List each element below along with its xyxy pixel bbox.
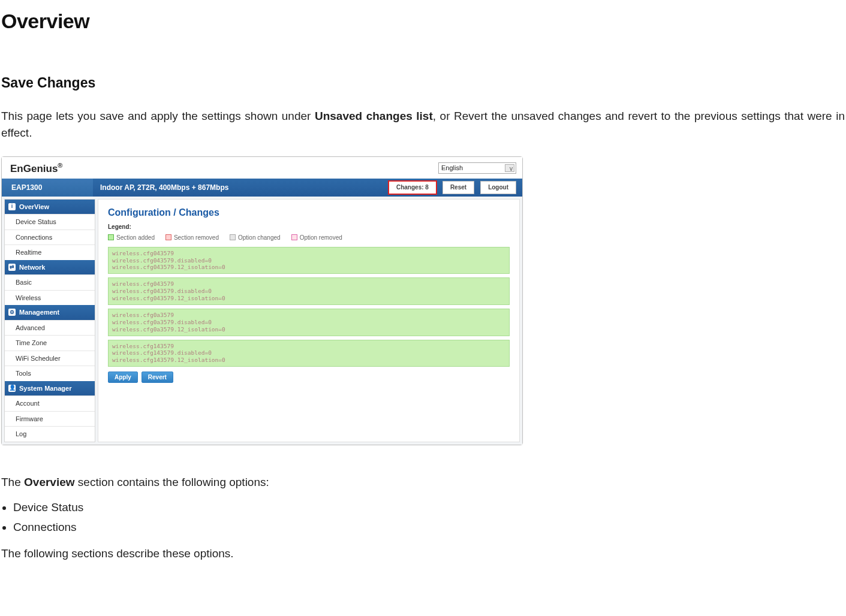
options-bullet-list: Device Status Connections <box>1 498 845 537</box>
model-label: EAP1300 <box>2 179 93 197</box>
configuration-title: Configuration / Changes <box>108 206 510 220</box>
legend-label: Legend: <box>108 222 510 231</box>
nav-sidebar: iOverView Device Status Connections Real… <box>4 199 95 442</box>
bullet-connections: Connections <box>13 518 845 538</box>
swatch-grey <box>230 234 236 240</box>
swatch-pink <box>291 234 297 240</box>
below-paragraph: The Overview section contains the follow… <box>1 474 845 491</box>
nav-item-firmware[interactable]: Firmware <box>5 411 95 427</box>
below-post: section contains the following options: <box>75 476 269 488</box>
nav-item-tools[interactable]: Tools <box>5 366 95 381</box>
apply-button[interactable]: Apply <box>108 372 138 383</box>
intro-bold: Unsaved changes list <box>315 110 433 122</box>
nav-overview-label: OverView <box>19 202 49 212</box>
nav-network-label: Network <box>19 262 45 273</box>
below-pre: The <box>1 476 24 488</box>
nav-network-header[interactable]: ⇄Network <box>5 260 95 275</box>
apply-row: Apply Revert <box>108 372 510 383</box>
user-icon: 👤 <box>8 385 16 392</box>
legend-added-text: Section added <box>116 233 155 242</box>
legend-removed-text: Section removed <box>174 233 219 242</box>
screenshot-body: iOverView Device Status Connections Real… <box>2 197 522 445</box>
nav-management-label: Management <box>19 307 59 318</box>
brand-registered: ® <box>58 162 62 169</box>
info-icon: i <box>8 203 16 210</box>
save-changes-heading: Save Changes <box>1 73 845 93</box>
nav-item-log[interactable]: Log <box>5 426 95 442</box>
legend-section-added: Section added <box>108 233 155 242</box>
closing-paragraph: The following sections describe these op… <box>1 545 845 563</box>
model-description: Indoor AP, 2T2R, 400Mbps + 867Mbps <box>93 182 389 193</box>
logout-button[interactable]: Logout <box>480 181 516 194</box>
intro-pre: This page lets you save and apply the se… <box>1 110 315 122</box>
bullet-device-status: Device Status <box>13 498 845 518</box>
language-select[interactable]: English <box>438 162 516 174</box>
nav-overview-header[interactable]: iOverView <box>5 200 95 215</box>
nav-item-realtime[interactable]: Realtime <box>5 244 95 260</box>
legend-optchanged-text: Option changed <box>238 233 281 242</box>
legend-section-removed: Section removed <box>165 233 219 242</box>
nav-item-wireless[interactable]: Wireless <box>5 290 95 306</box>
nav-item-basic[interactable]: Basic <box>5 274 95 290</box>
nav-item-wifi-scheduler[interactable]: WiFi Scheduler <box>5 351 95 366</box>
nav-system-header[interactable]: 👤System Manager <box>5 381 95 396</box>
change-block-4: wireless.cfg143579 wireless.cfg143579.di… <box>108 340 510 367</box>
legend-optremoved-text: Option removed <box>300 233 342 242</box>
brand-text: EnGenius <box>10 162 58 174</box>
nav-item-device-status[interactable]: Device Status <box>5 214 95 230</box>
reset-button[interactable]: Reset <box>442 181 474 194</box>
revert-button[interactable]: Revert <box>141 372 173 383</box>
share-icon: ⇄ <box>8 264 16 271</box>
change-block-3: wireless.cfg0a3579 wireless.cfg0a3579.di… <box>108 309 510 336</box>
content-area: Configuration / Changes Legend: Section … <box>98 199 520 442</box>
legend-option-changed: Option changed <box>230 233 281 242</box>
config-screenshot: EnGenius® English EAP1300 Indoor AP, 2T2… <box>1 156 523 445</box>
brand-logo: EnGenius® <box>10 161 62 176</box>
intro-paragraph: This page lets you save and apply the se… <box>1 108 845 142</box>
below-bold: Overview <box>24 476 75 488</box>
gear-icon: ⚙ <box>8 309 16 316</box>
nav-item-connections[interactable]: Connections <box>5 230 95 245</box>
screenshot-topbar: EnGenius® English <box>2 157 522 179</box>
change-block-1: wireless.cfg043579 wireless.cfg043579.di… <box>108 247 510 274</box>
nav-item-timezone[interactable]: Time Zone <box>5 335 95 351</box>
screenshot-bluebar: EAP1300 Indoor AP, 2T2R, 400Mbps + 867Mb… <box>2 179 522 197</box>
changes-button[interactable]: Changes: 8 <box>389 181 436 194</box>
swatch-red <box>165 234 171 240</box>
page-title: Overview <box>1 6 845 37</box>
nav-system-label: System Manager <box>19 384 71 394</box>
nav-management-header[interactable]: ⚙Management <box>5 305 95 320</box>
change-block-2: wireless.cfg043579 wireless.cfg043579.di… <box>108 277 510 305</box>
swatch-green <box>108 234 114 240</box>
nav-item-account[interactable]: Account <box>5 395 95 411</box>
legend-option-removed: Option removed <box>291 233 342 242</box>
legend-row: Section added Section removed Option cha… <box>108 233 510 242</box>
nav-item-advanced[interactable]: Advanced <box>5 320 95 336</box>
